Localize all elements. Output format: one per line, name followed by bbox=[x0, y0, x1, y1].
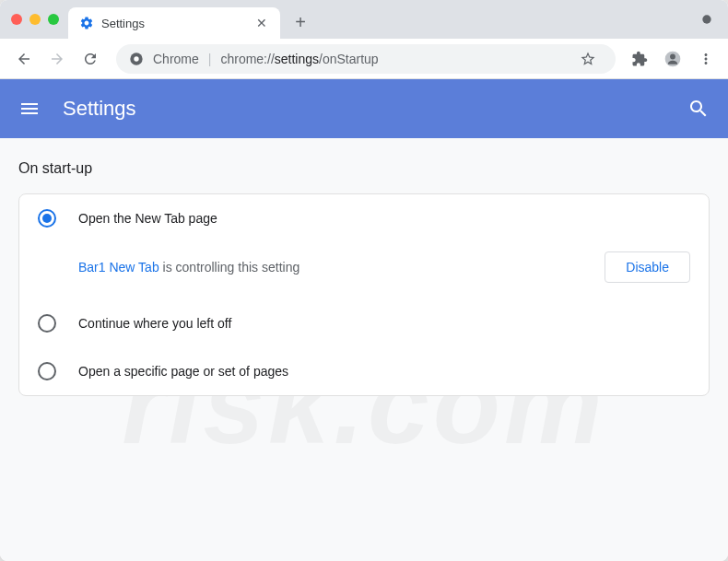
browser-window: Settings ✕ + Chrome | chrome://settings/… bbox=[0, 0, 728, 561]
settings-title: Settings bbox=[63, 97, 687, 121]
minimize-window-button[interactable] bbox=[29, 14, 41, 25]
settings-header: Settings bbox=[0, 79, 728, 138]
address-bar[interactable]: Chrome | chrome://settings/onStartup bbox=[116, 44, 616, 74]
section-title: On start-up bbox=[18, 160, 710, 177]
browser-tab[interactable]: Settings ✕ bbox=[68, 7, 280, 39]
search-button[interactable] bbox=[687, 98, 710, 120]
maximize-window-button[interactable] bbox=[48, 14, 59, 25]
extensions-button[interactable] bbox=[627, 46, 652, 72]
content-area: PCrisk.com On start-up Open the New Tab … bbox=[0, 138, 728, 561]
extension-notice: Bar1 New Tab is controlling this setting… bbox=[19, 242, 709, 299]
gear-icon bbox=[79, 16, 94, 30]
url-text: Chrome | chrome://settings/onStartup bbox=[153, 52, 379, 66]
chrome-icon bbox=[129, 52, 144, 66]
svg-point-0 bbox=[702, 15, 710, 23]
traffic-lights bbox=[11, 14, 59, 25]
option-continue[interactable]: Continue where you left off bbox=[19, 299, 709, 347]
radio-button[interactable] bbox=[38, 209, 56, 228]
menu-button[interactable] bbox=[693, 46, 719, 72]
url-path-strong: settings bbox=[275, 52, 319, 66]
url-path-rest: /onStartup bbox=[319, 52, 379, 66]
tab-bar: Settings ✕ + bbox=[0, 0, 728, 39]
bookmark-button[interactable] bbox=[573, 44, 603, 74]
radio-button[interactable] bbox=[38, 362, 56, 380]
hamburger-button[interactable] bbox=[18, 98, 41, 120]
option-specific-pages[interactable]: Open a specific page or set of pages bbox=[19, 347, 709, 395]
forward-button[interactable] bbox=[42, 44, 72, 74]
option-label: Open the New Tab page bbox=[78, 211, 217, 226]
url-divider: | bbox=[208, 52, 212, 66]
new-tab-button[interactable]: + bbox=[288, 9, 313, 35]
browser-toolbar: Chrome | chrome://settings/onStartup bbox=[0, 39, 728, 79]
startup-options-card: Open the New Tab page Bar1 New Tab is co… bbox=[18, 193, 710, 396]
chevron-down-icon[interactable] bbox=[700, 13, 713, 26]
disable-button[interactable]: Disable bbox=[605, 251, 690, 283]
tab-title: Settings bbox=[101, 17, 247, 30]
back-button[interactable] bbox=[9, 44, 39, 74]
reload-button[interactable] bbox=[76, 44, 105, 74]
option-new-tab[interactable]: Open the New Tab page bbox=[19, 194, 709, 242]
radio-button[interactable] bbox=[38, 314, 56, 333]
toolbar-actions bbox=[627, 46, 719, 72]
close-tab-button[interactable]: ✕ bbox=[254, 16, 269, 30]
svg-point-4 bbox=[670, 53, 675, 59]
url-domain: chrome:// bbox=[220, 52, 274, 66]
option-label: Continue where you left off bbox=[78, 316, 231, 331]
extension-link[interactable]: Bar1 New Tab bbox=[78, 260, 159, 275]
close-window-button[interactable] bbox=[11, 14, 22, 25]
extension-notice-text: Bar1 New Tab is controlling this setting bbox=[78, 260, 593, 275]
option-label: Open a specific page or set of pages bbox=[78, 364, 288, 379]
url-scheme: Chrome bbox=[153, 52, 199, 66]
notice-suffix: is controlling this setting bbox=[159, 260, 300, 275]
svg-point-2 bbox=[134, 56, 138, 61]
profile-button[interactable] bbox=[660, 46, 686, 72]
